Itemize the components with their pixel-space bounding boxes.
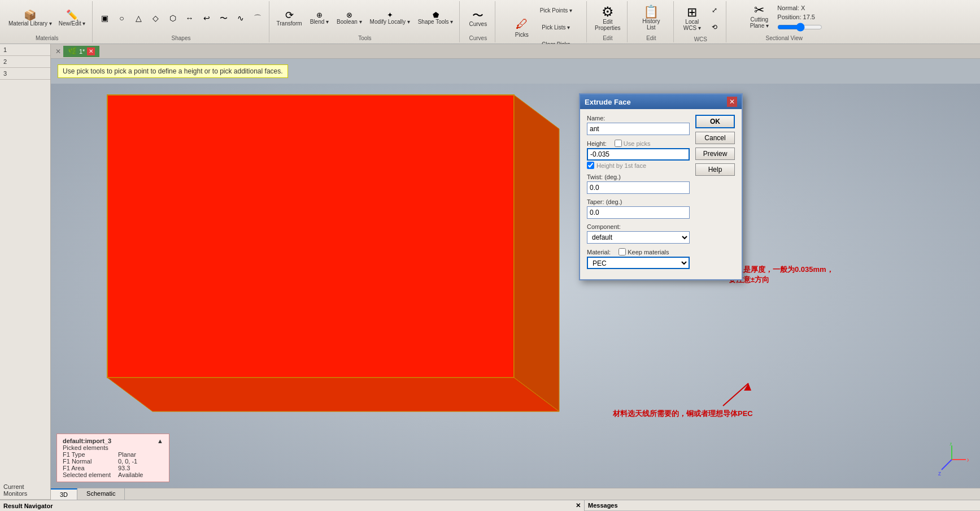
canvas-tab-1[interactable]: 🌿 1* ✕ bbox=[63, 46, 99, 57]
use-picks-checkbox-area: Use picks bbox=[615, 140, 651, 147]
hint-bar: Use pick tools to pick a point to define… bbox=[51, 59, 980, 84]
bottom-area: Result Navigator ✕ ⊲ 3D Run ID → 0: Curr… bbox=[0, 500, 980, 511]
info-box-picked: Picked elements bbox=[63, 444, 163, 451]
help-button[interactable]: Help bbox=[695, 163, 735, 176]
dialog-fields: Name: Height: Use picks He bbox=[587, 115, 690, 274]
shape-tools-button[interactable]: ⬟ Shape Tools ▾ bbox=[415, 10, 456, 27]
taper-input[interactable] bbox=[587, 206, 690, 219]
material-label: Material: bbox=[587, 249, 611, 255]
cutting-plane-button[interactable]: ✂ Cutting Plane ▾ bbox=[746, 2, 773, 31]
svg-line-7 bbox=[942, 460, 952, 470]
hint-text: Use pick tools to pick a point to define… bbox=[58, 64, 288, 78]
shape-hex-btn[interactable]: ⬡ bbox=[165, 10, 181, 26]
shape-arr-btn[interactable]: ↔ bbox=[182, 10, 198, 26]
use-picks-checkbox[interactable] bbox=[615, 140, 622, 147]
info-box-expand-icon[interactable]: ▲ bbox=[157, 438, 163, 444]
curves-label: Curves bbox=[469, 34, 487, 41]
material-label-row: Material: Keep materials bbox=[587, 248, 690, 255]
pick-points-button[interactable]: Pick Points ▾ bbox=[537, 2, 575, 18]
canvas-viewport[interactable]: default:import_3 ▲ Picked elements F1 Ty… bbox=[51, 84, 980, 488]
tab-schematic[interactable]: Schematic bbox=[77, 488, 125, 500]
wcs-extra1-button[interactable]: ⤢ bbox=[707, 2, 722, 18]
shape-dia-btn[interactable]: ◇ bbox=[148, 10, 164, 26]
tools-label: Tools bbox=[358, 34, 371, 41]
height-input[interactable] bbox=[587, 148, 690, 161]
canvas-tab-bar: ✕ 🌿 1* ✕ bbox=[51, 44, 980, 59]
shape-arc-btn[interactable]: ⌒ bbox=[250, 10, 265, 26]
main-toolbar: 📦 Material Library ▾ ✏️ New/Edit ▾ Mater… bbox=[0, 0, 980, 44]
material-select[interactable]: PEC bbox=[587, 257, 690, 269]
shape-wave-btn[interactable]: 〜 bbox=[216, 10, 232, 26]
shape-spiral-btn[interactable]: ∿ bbox=[233, 10, 249, 26]
name-field: Name: bbox=[587, 115, 690, 135]
left-item-2: 2 bbox=[0, 56, 50, 68]
position-slider[interactable] bbox=[777, 23, 822, 32]
keep-materials-checkbox[interactable] bbox=[619, 248, 626, 255]
cancel-button[interactable]: Cancel bbox=[695, 132, 735, 144]
canvas-tab-label: 1* bbox=[79, 48, 85, 55]
left-item-monitors: Current Monitors bbox=[0, 481, 50, 500]
shape-tri-btn[interactable]: △ bbox=[131, 10, 147, 26]
close-left-panel-btn[interactable]: ✕ bbox=[53, 46, 63, 57]
picks-button[interactable]: 🖊 Picks bbox=[508, 15, 535, 40]
info-box-f1area: F1 Area 93.3 bbox=[63, 465, 163, 471]
curves-group: 〜 Curves Curves bbox=[461, 1, 495, 42]
edit-group: ⚙ Edit Properties Edit bbox=[588, 1, 628, 42]
wcs-extra2-button[interactable]: ⟲ bbox=[707, 19, 722, 35]
result-nav-title: Result Navigator bbox=[3, 503, 53, 509]
normal-label: Normal: X bbox=[777, 5, 822, 11]
name-input[interactable] bbox=[587, 123, 690, 135]
left-item-1: 1 bbox=[0, 44, 50, 56]
pick-lists-button[interactable]: Pick Lists ▾ bbox=[537, 19, 575, 35]
name-label: Name: bbox=[587, 115, 690, 122]
info-box-f1type: F1 Type Planar bbox=[63, 451, 163, 458]
blend-button[interactable]: ⊕ Blend ▾ bbox=[307, 10, 332, 27]
canvas-area: ✕ 🌿 1* ✕ Use pick tools to pick a point … bbox=[51, 44, 980, 500]
ok-button[interactable]: OK bbox=[695, 115, 735, 128]
messages-panel: Messages ✕ ⚠ ℹ ≡ bbox=[585, 500, 980, 511]
result-nav-close-icon[interactable]: ✕ bbox=[576, 502, 581, 509]
canvas-tab-close-btn[interactable]: ✕ bbox=[87, 47, 95, 55]
edit-properties-button[interactable]: ⚙ Edit Properties bbox=[592, 3, 624, 33]
keep-materials-label: Keep materials bbox=[628, 249, 669, 255]
shape-curve1-btn[interactable]: ↩ bbox=[199, 10, 215, 26]
shape-box-btn[interactable]: ▣ bbox=[97, 10, 113, 26]
result-nav-header: Result Navigator ✕ bbox=[0, 500, 584, 511]
material-library-button[interactable]: 📦 Material Library ▾ bbox=[6, 8, 55, 28]
history-list-button[interactable]: 📋 History List bbox=[638, 4, 665, 32]
messages-header: Messages bbox=[585, 500, 980, 511]
transform-button[interactable]: ⟳ Transform bbox=[274, 8, 305, 28]
curves-button[interactable]: 〜 Curves bbox=[464, 8, 491, 29]
component-select[interactable]: default bbox=[587, 231, 690, 244]
result-navigator: Result Navigator ✕ ⊲ 3D Run ID → 0: Curr… bbox=[0, 500, 585, 511]
height-by-1st-face-checkbox[interactable] bbox=[587, 162, 594, 169]
height-label: Height: bbox=[587, 140, 607, 147]
svg-text:y: y bbox=[949, 443, 952, 445]
main-area: 1 2 3 Current Monitors ✕ 🌿 1* ✕ Use pick… bbox=[0, 44, 980, 500]
svg-text:z: z bbox=[938, 470, 941, 477]
preview-button[interactable]: Preview bbox=[695, 148, 735, 160]
wcs-label: WCS bbox=[694, 35, 707, 42]
sectional-view-group: ✂ Cutting Plane ▾ Normal: X Position: 17… bbox=[728, 1, 840, 42]
info-box-title-text: default:import_3 bbox=[63, 438, 111, 444]
svg-marker-2 bbox=[107, 378, 559, 412]
position-label: Position: 17.5 bbox=[777, 14, 822, 20]
height-by-1st-face-label: Height by 1st face bbox=[596, 162, 646, 169]
info-box-f1normal: F1 Normal 0, 0, -1 bbox=[63, 458, 163, 465]
twist-input[interactable] bbox=[587, 181, 690, 194]
material-field: Material: Keep materials PEC bbox=[587, 248, 690, 269]
dialog-body: Name: Height: Use picks He bbox=[580, 109, 742, 279]
dialog-close-btn[interactable]: ✕ bbox=[727, 97, 737, 107]
tab-3d[interactable]: 3D bbox=[51, 488, 77, 500]
shape-circle-btn[interactable]: ○ bbox=[114, 10, 130, 26]
canvas-tab-icon: 🌿 bbox=[68, 47, 77, 55]
local-wcs-button[interactable]: ⊞ Local WCS ▾ bbox=[678, 5, 705, 33]
boolean-button[interactable]: ⊗ Boolean ▾ bbox=[334, 10, 364, 27]
dialog-buttons: OK Cancel Preview Help bbox=[695, 115, 735, 274]
left-panel: 1 2 3 Current Monitors bbox=[0, 44, 51, 500]
modify-locally-button[interactable]: ✦ Modify Locally ▾ bbox=[367, 10, 413, 27]
shapes-group: ▣ ○ △ ◇ ⬡ ↔ ↩ 〜 ∿ ⌒ Shapes bbox=[94, 1, 269, 42]
component-label: Component: bbox=[587, 223, 690, 230]
twist-field: Twist: (deg.) bbox=[587, 174, 690, 194]
new-edit-button[interactable]: ✏️ New/Edit ▾ bbox=[56, 8, 89, 28]
